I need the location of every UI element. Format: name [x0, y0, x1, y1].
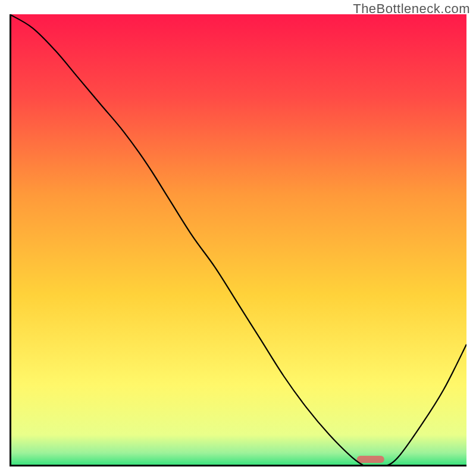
chart-container: TheBottleneck.com: [0, 0, 476, 476]
axis-frame: [10, 14, 466, 466]
watermark-text: TheBottleneck.com: [353, 1, 470, 17]
